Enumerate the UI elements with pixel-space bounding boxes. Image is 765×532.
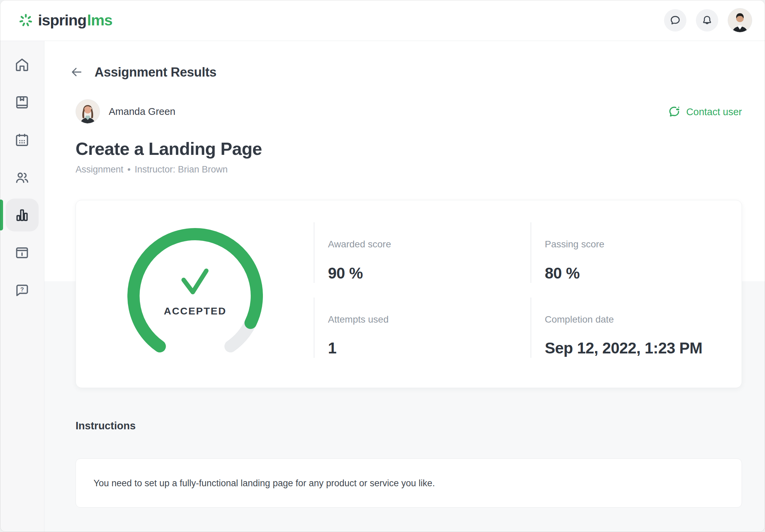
- app-window: ispringlms: [0, 0, 765, 532]
- topbar: ispringlms: [0, 0, 765, 41]
- sidebar-item-support[interactable]: ?: [0, 271, 44, 309]
- stat-value: 90 %: [328, 264, 531, 282]
- sidebar-item-info[interactable]: [0, 234, 44, 271]
- page-header: Assignment Results: [69, 62, 216, 82]
- stat-attempts-used: Attempts used 1: [314, 298, 531, 358]
- people-icon: [14, 170, 30, 185]
- result-gauge-svg: [127, 228, 263, 364]
- logo[interactable]: ispringlms: [18, 12, 112, 29]
- instructions-card: You need to set up a fully-functional la…: [76, 458, 742, 508]
- sidebar-item-calendar[interactable]: [0, 121, 44, 159]
- result-status-label: ACCEPTED: [127, 305, 263, 317]
- logo-brand: ispring: [38, 12, 86, 29]
- bar-chart-icon: [14, 207, 30, 223]
- stat-value: 80 %: [545, 264, 742, 282]
- contact-user-label: Contact user: [686, 106, 742, 118]
- assignment-instructor: Instructor: Brian Brown: [135, 164, 228, 175]
- stat-label: Passing score: [545, 239, 742, 250]
- info-panel-icon: [14, 245, 30, 261]
- stat-value: 1: [328, 339, 531, 357]
- svg-text:?: ?: [20, 286, 24, 293]
- sidebar-item-reports[interactable]: [0, 196, 44, 234]
- contact-user-button[interactable]: Contact user: [667, 105, 742, 119]
- topbar-actions: [664, 8, 752, 33]
- student-row: Amanda Green: [76, 99, 175, 124]
- stat-label: Awarded score: [328, 239, 531, 250]
- calendar-icon: [14, 132, 30, 148]
- assignment-subtitle: Assignment•Instructor: Brian Brown: [76, 164, 228, 175]
- page-title: Assignment Results: [95, 65, 216, 80]
- stat-awarded-score: Awarded score 90 %: [314, 222, 531, 283]
- back-button[interactable]: [69, 64, 84, 80]
- student-name: Amanda Green: [109, 106, 175, 117]
- notifications-button[interactable]: [696, 9, 718, 32]
- result-stats: Awarded score 90 % Passing score 80 % At…: [314, 222, 742, 358]
- chat-icon: [669, 14, 681, 26]
- student-avatar: [76, 99, 100, 124]
- stat-label: Completion date: [545, 314, 742, 325]
- help-chat-icon: ?: [14, 283, 30, 298]
- messages-button[interactable]: [664, 9, 686, 32]
- profile-avatar-image: [728, 8, 752, 32]
- sidebar-item-courses[interactable]: [0, 83, 44, 121]
- bell-icon: [701, 14, 713, 26]
- main-content: Assignment Results Amanda G: [44, 41, 765, 532]
- contact-chat-icon: [667, 105, 681, 119]
- instructions-text: You need to set up a fully-functional la…: [94, 477, 435, 490]
- subtitle-separator: •: [127, 164, 130, 175]
- arrow-left-icon: [70, 66, 83, 78]
- stat-value: Sep 12, 2022, 1:23 PM: [545, 339, 742, 357]
- sidebar: ?: [0, 41, 44, 532]
- logo-suffix: lms: [87, 12, 112, 29]
- stat-passing-score: Passing score 80 %: [531, 222, 742, 283]
- logo-text: ispringlms: [38, 12, 112, 29]
- student-avatar-image: [76, 100, 100, 123]
- stat-completion-date: Completion date Sep 12, 2022, 1:23 PM: [531, 298, 742, 358]
- book-icon: [14, 95, 30, 110]
- sidebar-item-home[interactable]: [0, 46, 44, 83]
- assignment-type: Assignment: [76, 164, 123, 175]
- sidebar-item-users[interactable]: [0, 159, 44, 196]
- result-card: ACCEPTED Awarded score 90 % Passing scor…: [76, 200, 742, 388]
- home-icon: [14, 57, 30, 73]
- instructions-heading: Instructions: [76, 420, 136, 432]
- result-gauge: ACCEPTED: [127, 228, 263, 364]
- gauge-check-icon: [184, 271, 206, 292]
- ispring-flower-icon: [18, 12, 34, 28]
- stat-label: Attempts used: [328, 314, 531, 325]
- profile-avatar[interactable]: [728, 8, 752, 33]
- assignment-title: Create a Landing Page: [76, 139, 262, 159]
